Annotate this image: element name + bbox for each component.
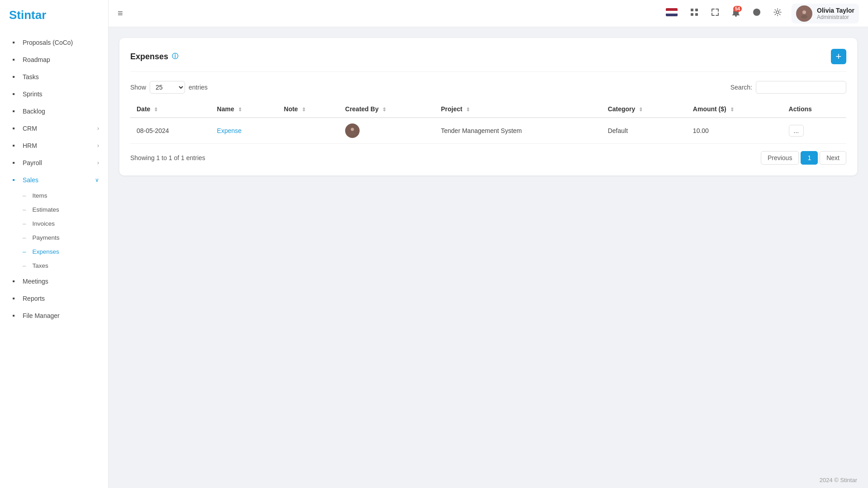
- sidebar-label-hrm: HRM: [23, 142, 93, 149]
- payroll-icon: ▪: [9, 159, 18, 167]
- sidebar-item-sprints[interactable]: ▪ Sprints: [0, 85, 108, 103]
- crm-arrow-icon: ›: [97, 125, 99, 132]
- col-created-by: Created By ⇕: [339, 101, 435, 118]
- sidebar-sub-items[interactable]: – Items: [0, 189, 108, 203]
- sidebar-item-roadmap[interactable]: ▪ Roadmap: [0, 51, 108, 68]
- flag-icon[interactable]: [663, 5, 680, 21]
- search-label: Search:: [730, 84, 752, 91]
- grid-icon[interactable]: [688, 5, 701, 21]
- page-title: Expenses: [130, 52, 168, 62]
- user-profile[interactable]: Olivia Taylor Administrator: [792, 4, 859, 24]
- sort-created-by-icon[interactable]: ⇕: [382, 107, 386, 112]
- col-actions: Actions: [783, 101, 846, 118]
- user-role: Administrator: [817, 14, 854, 20]
- sidebar-label-sales: Sales: [23, 176, 90, 184]
- footer: 2024 © Stintar: [109, 472, 868, 488]
- sidebar-sub-label-payments: Payments: [33, 234, 60, 241]
- sidebar-label-payroll: Payroll: [23, 159, 93, 166]
- expenses-card: Expenses ⓘ + Show 10 25 50 100 entries: [119, 38, 857, 175]
- add-expense-button[interactable]: +: [831, 49, 846, 64]
- filemanager-icon: ▪: [9, 312, 18, 320]
- sidebar-sub-taxes[interactable]: – Taxes: [0, 259, 108, 273]
- dark-mode-icon[interactable]: [750, 5, 764, 21]
- sales-arrow-icon: ∨: [95, 177, 99, 183]
- settings-icon[interactable]: [771, 5, 784, 21]
- svg-point-6: [802, 10, 806, 14]
- sort-category-icon[interactable]: ⇕: [639, 107, 643, 112]
- svg-rect-0: [691, 9, 693, 11]
- created-by-avatar: [345, 123, 360, 138]
- backlog-icon: ▪: [9, 107, 18, 115]
- user-name: Olivia Taylor: [817, 7, 854, 14]
- sidebar-label-tasks: Tasks: [23, 73, 99, 81]
- entries-label: entries: [189, 84, 208, 91]
- sidebar-sub-payments[interactable]: – Payments: [0, 231, 108, 245]
- sort-date-icon[interactable]: ⇕: [154, 107, 158, 112]
- table-row: 08-05-2024 Expense: [130, 118, 846, 144]
- showing-entries-text: Showing 1 to 1 of 1 entries: [130, 154, 205, 161]
- crm-icon: ▪: [9, 124, 18, 133]
- sidebar-item-sales[interactable]: ▪ Sales ∨: [0, 171, 108, 189]
- proposals-icon: ▪: [9, 38, 18, 47]
- notification-badge: 54: [733, 6, 742, 12]
- user-info: Olivia Taylor Administrator: [817, 7, 854, 20]
- sort-note-icon[interactable]: ⇕: [302, 107, 306, 112]
- col-category: Category ⇕: [602, 101, 687, 118]
- sidebar-sub-label-estimates: Estimates: [33, 206, 59, 213]
- info-icon[interactable]: ⓘ: [172, 52, 178, 61]
- col-project-label: Project: [441, 105, 462, 113]
- logo-text: Stintar: [9, 8, 46, 22]
- show-label: Show: [130, 84, 146, 91]
- sidebar-item-filemanager[interactable]: ▪ File Manager: [0, 307, 108, 324]
- sidebar-sub-estimates[interactable]: – Estimates: [0, 203, 108, 217]
- sidebar-sub-invoices[interactable]: – Invoices: [0, 217, 108, 231]
- sidebar-item-reports[interactable]: ▪ Reports: [0, 290, 108, 307]
- sidebar-sub-label-items: Items: [33, 192, 47, 199]
- col-date-label: Date: [137, 105, 150, 113]
- col-amount: Amount ($) ⇕: [687, 101, 783, 118]
- entries-per-page-select[interactable]: 10 25 50 100: [150, 81, 185, 94]
- reports-icon: ▪: [9, 294, 18, 303]
- search-input[interactable]: [756, 81, 846, 94]
- cell-date: 08-05-2024: [130, 118, 211, 144]
- sales-icon: ▪: [9, 176, 18, 184]
- sidebar-label-meetings: Meetings: [23, 278, 99, 285]
- cell-created-by: [339, 118, 435, 144]
- svg-rect-2: [691, 13, 693, 16]
- svg-point-4: [735, 15, 737, 17]
- expense-name-link[interactable]: Expense: [217, 127, 242, 134]
- col-actions-label: Actions: [789, 105, 812, 113]
- hamburger-icon[interactable]: ≡: [118, 8, 123, 19]
- meetings-icon: ▪: [9, 277, 18, 285]
- previous-button[interactable]: Previous: [761, 151, 799, 165]
- sort-name-icon[interactable]: ⇕: [238, 107, 242, 112]
- sprints-icon: ▪: [9, 90, 18, 98]
- pagination: Previous 1 Next: [761, 151, 846, 165]
- expand-icon[interactable]: [708, 5, 722, 21]
- svg-point-5: [776, 11, 779, 14]
- sidebar-item-hrm[interactable]: ▪ HRM ›: [0, 137, 108, 154]
- sort-amount-icon[interactable]: ⇕: [730, 107, 734, 112]
- sidebar-item-meetings[interactable]: ▪ Meetings: [0, 273, 108, 290]
- next-button[interactable]: Next: [820, 151, 846, 165]
- card-header: Expenses ⓘ +: [130, 49, 846, 72]
- sidebar-label-roadmap: Roadmap: [23, 56, 99, 63]
- sidebar-item-crm[interactable]: ▪ CRM ›: [0, 120, 108, 137]
- row-action-button[interactable]: ...: [789, 125, 804, 137]
- sidebar-label-crm: CRM: [23, 125, 93, 132]
- page-1-button[interactable]: 1: [801, 151, 818, 165]
- sidebar-item-proposals[interactable]: ▪ Proposals (CoCo): [0, 34, 108, 51]
- tasks-icon: ▪: [9, 73, 18, 81]
- card-title: Expenses ⓘ: [130, 52, 178, 62]
- notification-icon[interactable]: 54: [729, 5, 743, 22]
- sidebar-item-payroll[interactable]: ▪ Payroll ›: [0, 154, 108, 171]
- roadmap-icon: ▪: [9, 56, 18, 64]
- header: ≡ 54: [109, 0, 868, 27]
- svg-rect-1: [695, 9, 698, 11]
- sidebar-item-tasks[interactable]: ▪ Tasks: [0, 68, 108, 85]
- cell-amount: 10.00: [687, 118, 783, 144]
- sort-project-icon[interactable]: ⇕: [466, 107, 470, 112]
- sidebar-item-backlog[interactable]: ▪ Backlog: [0, 103, 108, 120]
- sidebar-sub-expenses[interactable]: – Expenses: [0, 245, 108, 259]
- sidebar-label-sprints: Sprints: [23, 90, 99, 98]
